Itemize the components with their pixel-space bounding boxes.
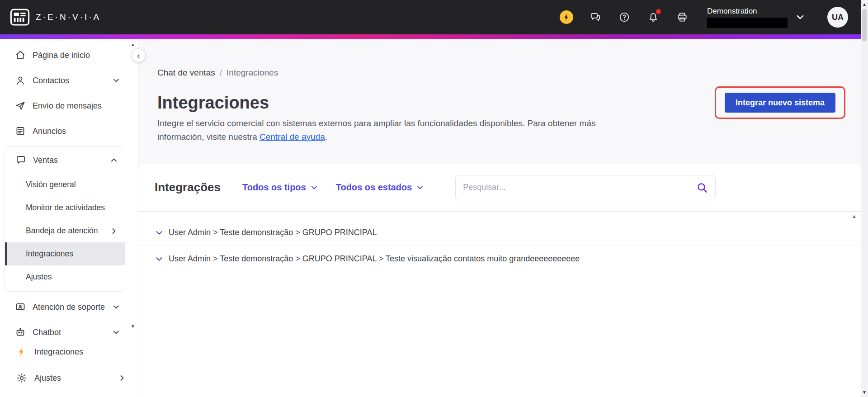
sidebar-footer-item-integraciones[interactable]: Integraciones [0, 341, 137, 363]
support-icon [15, 302, 26, 312]
zenvia-logo-icon [10, 9, 30, 26]
sidebar-item-label: Anuncios [33, 127, 66, 136]
chevron-down-icon[interactable] [155, 229, 163, 237]
top-bar: Z·E·N·V·I·A [0, 0, 861, 34]
sidebar-item-atencion-de-soporte[interactable]: Atención de soporte [0, 294, 138, 320]
sidebar-item-label: Integraciones [26, 249, 73, 259]
printer-icon[interactable] [675, 10, 689, 24]
zenvia-logo[interactable]: Z·E·N·V·I·A [10, 9, 101, 26]
panel-filter-row: Integrações Todos os tipos Todos os esta… [138, 164, 861, 212]
annotation-highlight-box: Integrar nuevo sistema [715, 86, 845, 119]
sidebar-item-integraciones[interactable]: Integraciones [5, 242, 125, 265]
chevron-down-icon[interactable] [155, 255, 163, 263]
document-icon [15, 126, 26, 137]
tenant-name: Demonstration [707, 7, 788, 16]
sidebar-item-bandeja-de-atencion[interactable]: Bandeja de atención [5, 219, 125, 242]
person-icon [15, 75, 26, 86]
notification-badge-dot [656, 9, 661, 14]
search-icon[interactable] [696, 182, 708, 194]
sidebar-nav: Página de inicio Contactos Envío de mens… [0, 39, 138, 337]
page-title: Integraciones [157, 93, 269, 113]
header-actions: Demonstration UA [560, 7, 848, 28]
sidebar-item-pagina-de-inicio[interactable]: Página de inicio [0, 43, 138, 68]
scroll-down-arrow[interactable]: ▼ [861, 390, 868, 395]
panel-title: Integrações [155, 180, 221, 194]
sidebar-footer-item-ajustes[interactable]: Ajustes [0, 367, 137, 389]
chevron-down-icon [113, 77, 120, 84]
sidebar-item-anuncios[interactable]: Anuncios [0, 118, 138, 144]
description-line2: información, visite nuestra [157, 132, 259, 142]
chat-icon [15, 155, 26, 165]
scroll-up-arrow[interactable]: ▲ [861, 2, 868, 7]
integration-row[interactable]: User Admin > Teste demonstração > GRUPO … [138, 220, 861, 246]
chevron-up-icon [110, 156, 118, 164]
description-suffix: . [325, 132, 327, 142]
avatar[interactable]: UA [827, 7, 848, 28]
breadcrumb-integraciones: Integraciones [226, 68, 278, 78]
sidebar-item-envio-de-mensajes[interactable]: Envío de mensajes [0, 93, 138, 118]
sidebar-item-vision-general[interactable]: Visión general [5, 173, 125, 196]
breadcrumb-chat-de-ventas[interactable]: Chat de ventas [157, 68, 215, 78]
help-icon[interactable] [618, 10, 631, 24]
chevron-right-icon [118, 374, 126, 382]
sidebar-scroll-up-arrow[interactable]: ▲ [130, 43, 136, 47]
status-filter-dropdown[interactable]: Todos os estados [336, 182, 424, 193]
search-input[interactable] [463, 183, 696, 192]
sidebar-item-monitor-de-actividades[interactable]: Monitor de actividades [5, 196, 125, 219]
sidebar-item-label: Ajustes [34, 373, 61, 383]
breadcrumb-separator: / [220, 68, 222, 78]
sidebar-item-label: Integraciones [34, 347, 83, 357]
main-content: Chat de ventas / Integraciones Integraci… [138, 39, 861, 397]
brand-gradient-bar [0, 34, 861, 39]
page-description: Integre el servicio comercial con sistem… [157, 117, 595, 144]
brand-text: Z·E·N·V·I·A [36, 12, 101, 22]
conversations-icon[interactable] [589, 10, 602, 24]
description-line1: Integre el servicio comercial con sistem… [157, 118, 595, 128]
sidebar-group-ventas: Ventas Visión general Monitor de activid… [5, 147, 125, 292]
type-filter-dropdown[interactable]: Todos os tipos [242, 182, 318, 193]
integration-rows: User Admin > Teste demonstração > GRUPO … [138, 212, 861, 272]
integrate-new-system-button[interactable]: Integrar nuevo sistema [725, 93, 835, 113]
scrollbar-thumb[interactable] [862, 9, 867, 42]
notifications-icon[interactable] [646, 10, 660, 24]
tenant-subtitle-redacted [707, 18, 788, 28]
help-center-link[interactable]: Central de ayuda [259, 132, 325, 142]
breadcrumb: Chat de ventas / Integraciones [157, 68, 278, 78]
lightning-badge [560, 10, 573, 24]
sidebar-item-label: Ajustes [26, 272, 52, 282]
sidebar-item-label: Visión general [26, 180, 76, 189]
sidebar-item-label: Envío de mensajes [33, 101, 102, 111]
sidebar-scroll-down-arrow[interactable]: ▼ [130, 324, 136, 329]
integration-row-label: User Admin > Teste demonstração > GRUPO … [169, 228, 377, 237]
integration-row-label: User Admin > Teste demonstração > GRUPO … [169, 254, 580, 264]
list-scroll-up-arrow[interactable]: ▲ [852, 213, 857, 219]
status-filter-label: Todos os estados [336, 182, 412, 193]
integration-row[interactable]: User Admin > Teste demonstração > GRUPO … [138, 246, 861, 272]
sidebar: Página de inicio Contactos Envío de mens… [0, 39, 138, 397]
sidebar-item-label: Página de inicio [33, 51, 90, 60]
type-filter-label: Todos os tipos [242, 182, 306, 193]
chevron-down-icon [311, 184, 318, 191]
sidebar-item-label: Bandeja de atención [26, 226, 98, 236]
chevron-down-icon [113, 329, 120, 336]
home-icon [15, 50, 26, 61]
send-icon [15, 100, 26, 111]
chevron-right-icon [110, 227, 118, 235]
gear-icon [16, 373, 27, 383]
search-box [455, 175, 716, 200]
sidebar-item-chatbot[interactable]: Chatbot [0, 320, 138, 337]
sidebar-item-ajustes-ventas[interactable]: Ajustes [5, 265, 125, 288]
bot-icon [15, 327, 26, 337]
chevron-down-icon [113, 303, 120, 311]
lightning-icon[interactable] [560, 10, 573, 24]
sidebar-item-label: Contactos [33, 76, 69, 85]
sidebar-item-ventas[interactable]: Ventas [5, 147, 125, 173]
tenant-switcher[interactable]: Demonstration [707, 7, 805, 28]
sidebar-collapse-button[interactable]: ‹ [132, 48, 146, 62]
page-scrollbar[interactable]: ▲ ▼ [861, 0, 868, 397]
sidebar-item-label: Ventas [33, 156, 58, 165]
sidebar-item-contactos[interactable]: Contactos [0, 68, 138, 93]
sidebar-item-label: Chatbot [33, 328, 61, 337]
chevron-down-icon [796, 13, 805, 22]
sidebar-item-label: Atención de soporte [33, 302, 105, 312]
